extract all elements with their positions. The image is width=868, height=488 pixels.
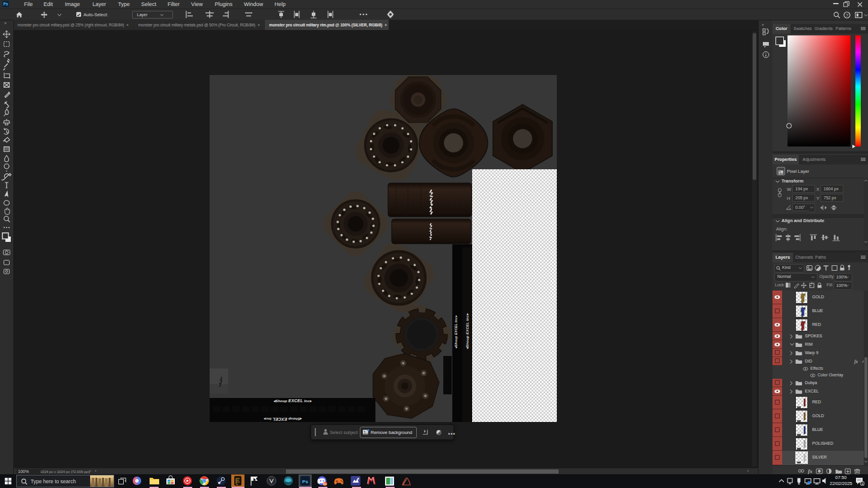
svg-text:9+: 9+: [323, 482, 327, 486]
svg-text:◂Shoup EXCEL Inc▸: ◂Shoup EXCEL Inc▸: [454, 315, 458, 348]
svg-text:fx: fx: [808, 468, 813, 474]
svg-text:Ps: Ps: [302, 479, 308, 484]
svg-text:◂Shoup EXCEL Inc▸: ◂Shoup EXCEL Inc▸: [263, 417, 302, 421]
svg-text:◂Shoup EXCEL Inc▸: ◂Shoup EXCEL Inc▸: [273, 399, 312, 403]
svg-text:?: ?: [846, 13, 848, 18]
svg-text:◂Shoup EXCEL Inc▸: ◂Shoup EXCEL Inc▸: [466, 313, 469, 349]
